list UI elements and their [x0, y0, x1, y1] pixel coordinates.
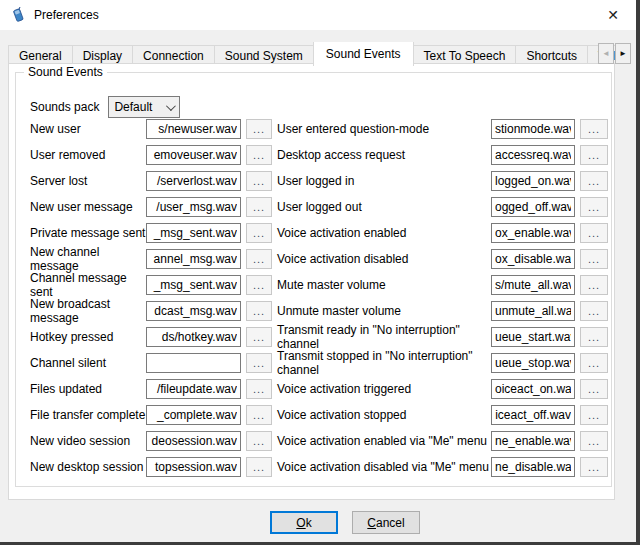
sound-event-row: User entered question-mode... [277, 119, 608, 139]
window-title: Preferences [34, 8, 99, 22]
sound-file-input[interactable] [146, 457, 241, 477]
sound-file-input[interactable] [491, 145, 575, 165]
sound-file-input[interactable] [491, 119, 575, 139]
groupbox-title: Sound Events [24, 65, 107, 79]
sound-event-row: New video session... [30, 431, 272, 451]
sound-file-input[interactable] [146, 301, 241, 321]
sound-event-label: New video session [30, 434, 146, 448]
sound-file-input[interactable] [146, 223, 241, 243]
sound-file-input[interactable] [146, 197, 241, 217]
sound-file-input[interactable] [491, 431, 575, 451]
sound-event-row: Transmit ready in "No interruption" chan… [277, 327, 608, 347]
browse-button[interactable]: ... [246, 353, 272, 373]
sound-event-row: Voice activation triggered... [277, 379, 608, 399]
sound-file-input[interactable] [491, 405, 575, 425]
sound-event-row: New desktop session... [30, 457, 272, 477]
sound-event-label: Voice activation triggered [277, 382, 491, 396]
sound-event-row: Channel silent... [30, 353, 272, 373]
sound-event-label: Voice activation enabled [277, 226, 491, 240]
browse-button[interactable]: ... [580, 327, 608, 347]
sound-file-input[interactable] [146, 431, 241, 451]
browse-button[interactable]: ... [246, 457, 272, 477]
browse-button[interactable]: ... [580, 457, 608, 477]
browse-button[interactable]: ... [246, 223, 272, 243]
browse-button[interactable]: ... [246, 431, 272, 451]
sound-file-input[interactable] [146, 171, 241, 191]
sounds-pack-label: Sounds pack [30, 100, 99, 114]
browse-button[interactable]: ... [246, 379, 272, 399]
sound-file-input[interactable] [491, 197, 575, 217]
ok-button[interactable]: Ok [270, 511, 338, 534]
browse-button[interactable]: ... [246, 145, 272, 165]
browse-button[interactable]: ... [580, 119, 608, 139]
sound-event-row: Private message sent... [30, 223, 272, 243]
close-icon: ✕ [607, 7, 619, 23]
sound-file-input[interactable] [491, 327, 575, 347]
browse-button[interactable]: ... [580, 405, 608, 425]
sound-event-label: User entered question-mode [277, 122, 491, 136]
browse-button[interactable]: ... [246, 249, 272, 269]
browse-button[interactable]: ... [246, 119, 272, 139]
sound-file-input[interactable] [146, 249, 241, 269]
sound-file-input[interactable] [491, 249, 575, 269]
sound-event-row: Voice activation stopped... [277, 405, 608, 425]
sound-file-input[interactable] [146, 145, 241, 165]
browse-button[interactable]: ... [580, 145, 608, 165]
browse-button[interactable]: ... [246, 301, 272, 321]
tab-scroll-left-button[interactable]: ◄ [598, 43, 614, 64]
sound-event-row: Desktop access request... [277, 145, 608, 165]
sound-event-row: File transfer complete... [30, 405, 272, 425]
browse-button[interactable]: ... [580, 223, 608, 243]
browse-button[interactable]: ... [580, 275, 608, 295]
sounds-pack-select[interactable]: Default [108, 96, 180, 118]
browse-button[interactable]: ... [580, 197, 608, 217]
browse-button[interactable]: ... [246, 405, 272, 425]
sound-event-row: New broadcast message... [30, 301, 272, 321]
sound-file-input[interactable] [491, 171, 575, 191]
sound-file-input[interactable] [491, 223, 575, 243]
browse-button[interactable]: ... [580, 379, 608, 399]
sound-file-input[interactable] [146, 275, 241, 295]
browse-button[interactable]: ... [246, 197, 272, 217]
browse-button[interactable]: ... [580, 431, 608, 451]
sound-event-row: Unmute master volume... [277, 301, 608, 321]
sound-events-column-left: New user...User removed...Server lost...… [30, 119, 272, 477]
preferences-dialog: Preferences ✕ GeneralDisplayConnectionSo… [0, 0, 636, 542]
sound-file-input[interactable] [491, 457, 575, 477]
tab-scroll-buttons: ◄ ► [597, 43, 631, 64]
sound-event-label: New user [30, 122, 146, 136]
sound-file-input[interactable] [146, 405, 241, 425]
sound-event-label: Voice activation stopped [277, 408, 491, 422]
browse-button[interactable]: ... [246, 327, 272, 347]
sounds-pack-row: Sounds pack Default [30, 96, 180, 118]
sound-file-input[interactable] [491, 301, 575, 321]
sound-event-label: New user message [30, 200, 146, 214]
cancel-button[interactable]: Cancel [352, 511, 420, 534]
sound-file-input[interactable] [146, 353, 241, 373]
sound-event-label: New channel message [30, 245, 146, 273]
sound-event-row: Mute master volume... [277, 275, 608, 295]
browse-button[interactable]: ... [580, 171, 608, 191]
sound-file-input[interactable] [491, 353, 575, 373]
browse-button[interactable]: ... [246, 171, 272, 191]
close-button[interactable]: ✕ [596, 0, 630, 30]
browse-button[interactable]: ... [580, 301, 608, 321]
title-bar: Preferences ✕ [0, 0, 636, 30]
sound-file-input[interactable] [146, 379, 241, 399]
sound-file-input[interactable] [146, 327, 241, 347]
app-icon [10, 7, 26, 23]
tab-sound-events[interactable]: Sound Events [313, 42, 414, 66]
sound-event-row: User removed... [30, 145, 272, 165]
sound-file-input[interactable] [146, 119, 241, 139]
sound-event-label: Transmit stopped in "No interruption" ch… [277, 349, 491, 377]
sound-event-label: New broadcast message [30, 297, 146, 325]
sound-event-label: Voice activation enabled via "Me" menu [277, 434, 491, 448]
tab-scroll-right-button[interactable]: ► [615, 43, 631, 64]
sound-event-row: Voice activation disabled... [277, 249, 608, 269]
browse-button[interactable]: ... [580, 249, 608, 269]
sound-file-input[interactable] [491, 275, 575, 295]
browse-button[interactable]: ... [580, 353, 608, 373]
browse-button[interactable]: ... [246, 275, 272, 295]
sound-file-input[interactable] [491, 379, 575, 399]
sound-event-label: Channel silent [30, 356, 146, 370]
